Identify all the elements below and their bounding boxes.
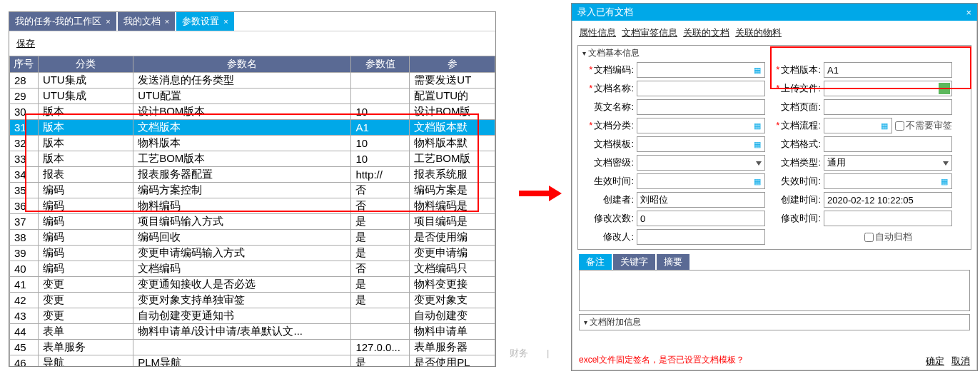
input-mod-cnt: 0 [637,211,765,226]
table-cell: 42 [10,293,39,308]
input-doc-cat[interactable]: ▦ [637,118,765,133]
th-value[interactable]: 参数值 [351,56,410,73]
lbl-fmt: 文档格式: [771,138,824,151]
nav-attr-info[interactable]: 属性信息 [579,26,616,39]
close-icon[interactable]: × [106,17,110,26]
memo-textarea[interactable] [579,270,970,311]
table-cell: 是 [351,214,410,230]
table-cell: 45 [10,340,39,355]
table-cell: 127.0.0... [351,340,410,355]
tab-bar: 我的任务-我的工作区× 我的文档× 参数设置× [9,12,495,31]
close-icon[interactable]: × [223,17,228,26]
table-cell: 39 [10,246,39,261]
cancel-button[interactable]: 取消 [951,355,970,368]
subtab-keyword[interactable]: 关键字 [613,254,655,270]
nav-sign-info[interactable]: 文档审签信息 [622,26,677,39]
chk-auto-archive[interactable]: 自动归档 [824,231,952,243]
table-row[interactable]: 38编码编码回收是是否使用编 [10,230,495,246]
table-cell: 44 [10,324,39,340]
checkbox[interactable] [895,121,904,131]
input-tpl[interactable]: ▦ [637,136,765,152]
ok-button[interactable]: 确定 [926,355,944,368]
table-row[interactable]: 41变更变更通知接收人是否必选是物料变更接 [10,277,495,293]
picker-icon[interactable]: ▦ [752,138,763,150]
chevron-down-icon [756,161,762,166]
input-page[interactable] [824,99,952,115]
table-row[interactable]: 39编码变更申请编码输入方式是变更申请编 [10,246,495,261]
checkbox[interactable] [864,233,874,242]
tab-my-tasks[interactable]: 我的任务-我的工作区× [9,12,116,31]
subtab-remark[interactable]: 备注 [579,254,612,270]
table-cell: UTU配置 [133,89,351,104]
input-exp-time[interactable]: ▦ [824,173,952,189]
input-fmt[interactable] [824,136,952,152]
table-row[interactable]: 44表单物料申请单/设计申请/表单默认文...物料申请单 [10,324,495,340]
table-row[interactable]: 45表单服务127.0.0...表单服务器 [10,340,495,355]
input-mod-by [637,229,765,245]
table-cell: 变更通知接收人是否必选 [133,277,351,293]
dialog-enter-doc: 录入已有文档 × 属性信息 文档审签信息 关联的文档 关联的物料 文档基本信息 … [571,3,978,371]
group-title[interactable]: 文档附加信息 [584,316,965,328]
lbl-secret: 文档密级: [582,156,637,169]
select-type[interactable]: 通用 [824,155,952,171]
input-eff-time[interactable]: ▦ [637,173,765,189]
table-row[interactable]: 46导航PLM导航是是否使用PL [10,355,495,368]
picker-icon[interactable]: ▦ [752,120,763,131]
toolbar: 保存 [9,31,495,56]
footer-buttons: 确定 取消 [926,355,970,368]
input-doc-code[interactable]: ▦ [637,62,765,78]
calendar-icon[interactable]: ▦ [752,176,763,187]
table-cell: 编码 [38,246,133,261]
table-cell: 表单 [38,324,133,340]
nav-related-mat[interactable]: 关联的物料 [735,26,782,39]
lbl-doc-name: *文档名称: [582,82,637,95]
value: 0 [640,213,645,224]
table-row[interactable]: 43变更自动创建变更通知书自动创建变 [10,308,495,324]
nav-related-docs[interactable]: 关联的文档 [683,26,729,39]
input-doc-name[interactable] [637,81,765,96]
picker-icon[interactable]: ▦ [752,64,763,76]
highlight-box-version [770,46,971,89]
table-cell: 编码 [38,214,133,230]
chk-no-sign[interactable]: 不需要审签 [895,119,952,132]
table-cell: 37 [10,214,39,230]
table-row[interactable]: 40编码文档编码否文档编码只 [10,261,495,277]
table-cell: 文档编码只 [410,261,495,277]
table-cell: 变更 [38,308,133,324]
th-category[interactable]: 分类 [38,56,133,73]
th-index[interactable]: 序号 [10,56,39,73]
ghost-text: 财务 | [510,347,549,360]
tab-label: 我的任务-我的工作区 [15,15,101,28]
input-flow[interactable]: ▦ [824,118,892,133]
close-icon[interactable]: × [966,7,971,18]
table-cell: 物料变更接 [410,277,495,293]
picker-icon[interactable]: ▦ [879,120,890,131]
input-eng-name[interactable] [637,99,765,115]
table-cell: 否 [351,261,410,277]
select-secret[interactable] [637,155,765,171]
table-cell: 项目编码是 [410,214,495,230]
tab-my-docs[interactable]: 我的文档× [118,12,175,31]
table-cell: 文档编码 [133,261,351,277]
table-cell: 38 [10,230,39,246]
th-name[interactable]: 参数名 [133,56,351,73]
subtab-summary[interactable]: 摘要 [657,254,689,270]
table-cell: 发送消息的任务类型 [133,73,351,89]
input-creator: 刘昭位 [637,192,765,208]
close-icon[interactable]: × [165,17,169,26]
table-row[interactable]: 29UTU集成UTU配置配置UTU的 [10,89,495,104]
value: 2020-02-12 10:22:05 [827,195,914,206]
save-button[interactable]: 保存 [16,38,35,49]
table-row[interactable]: 28UTU集成发送消息的任务类型需要发送UT [10,73,495,89]
th-remark[interactable]: 参 [410,56,495,73]
lbl-mod-cnt: 修改次数: [582,212,637,225]
table-row[interactable]: 42变更变更对象支持单独审签是变更对象支 [10,293,495,308]
lbl-creator: 创建者: [582,193,637,206]
calendar-icon[interactable]: ▦ [939,176,950,187]
table-cell: 是否使用编 [410,230,495,246]
lbl-exp-time: 失效时间: [771,175,824,188]
table-row[interactable]: 37编码项目编码输入方式是项目编码是 [10,214,495,230]
table-cell: 需要发送UT [410,73,495,89]
tab-param-settings[interactable]: 参数设置× [176,12,233,31]
table-cell: 是 [351,277,410,293]
